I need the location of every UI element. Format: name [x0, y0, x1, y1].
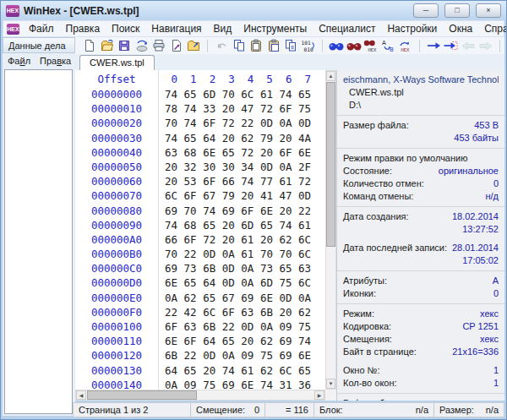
info-row: Размер файла: 453 B — [337, 115, 504, 132]
hex-row-bytes[interactable]: 6E 65 64 0D 0A 6D 75 6C — [158, 275, 311, 290]
info-value: н/д — [413, 190, 499, 203]
hex-row-offset: 00000100 — [75, 319, 158, 334]
info-value: 28.01.2014 — [447, 242, 499, 254]
menu-item[interactable]: Специалист — [313, 22, 381, 35]
info-value: 0 — [376, 287, 499, 300]
paste-clipboard-icon[interactable] — [248, 38, 264, 54]
hex-row-offset: 00000090 — [75, 218, 158, 232]
menu-item[interactable]: Окна — [443, 22, 478, 35]
open-disk-icon[interactable] — [134, 38, 149, 54]
find-text-icon[interactable] — [329, 38, 344, 54]
hex-row-bytes[interactable]: 6B 22 0D 0A 09 75 69 6E — [158, 348, 311, 363]
hex-row-offset: 000000A0 — [75, 232, 158, 247]
info-value: 453 B — [409, 119, 499, 132]
info-value: хекс — [374, 308, 499, 320]
replace-hex-icon[interactable]: HEX — [398, 38, 413, 54]
hex-row-bytes[interactable]: 20 32 30 30 34 0D 0A 2F — [158, 160, 311, 174]
horizontal-scrollbar-thumb[interactable] — [87, 390, 197, 400]
vertical-scrollbar-thumb[interactable] — [326, 82, 335, 247]
hex-row-bytes[interactable]: 0A 62 65 67 69 6E 0D 0A — [158, 291, 311, 305]
minimize-button[interactable]: ─ — [413, 3, 439, 18]
open-file-icon[interactable] — [99, 38, 114, 54]
hex-row-bytes[interactable]: 6F 63 6B 22 0D 0A 09 75 — [158, 319, 311, 334]
hex-row-bytes[interactable]: 70 22 0D 0A 61 70 70 6C — [158, 247, 311, 261]
menu-item[interactable]: Файл — [23, 22, 60, 35]
info-row: 453 байты — [337, 132, 504, 145]
scroll-left-icon[interactable]: ◀ — [76, 390, 86, 400]
toolbar: B 101010 HEX AB HEX — [75, 37, 504, 54]
vertical-scrollbar[interactable]: ▲ ▼ — [325, 70, 336, 390]
info-row: Режим правки по умолчанию — [337, 148, 504, 165]
menu-item[interactable]: Справка — [478, 22, 507, 35]
paste-into-new-file-icon[interactable] — [266, 38, 281, 54]
hex-row: 000000A0 66 6F 72 20 61 20 62 6C — [75, 232, 325, 247]
hex-editor[interactable]: Offset 01234567 00000000 74 65 6D 70 6C … — [75, 70, 325, 390]
hex-row-bytes[interactable]: 69 73 6B 0D 0A 73 65 63 — [158, 261, 311, 275]
hex-row-bytes[interactable]: 0A 09 75 69 6E 74 31 36 — [158, 378, 311, 390]
tab-cwer-ws-tpl[interactable]: CWER.ws.tpl — [79, 55, 155, 70]
document-system-menu-icon[interactable]: HEX — [7, 24, 19, 35]
hex-row-bytes[interactable]: 69 70 74 69 6F 6E 20 22 — [158, 204, 311, 218]
hex-row: 00000080 69 70 74 69 6F 6E 20 22 — [75, 204, 325, 218]
hex-row-bytes[interactable]: 6E 6F 64 65 20 62 69 74 — [158, 334, 311, 348]
file-properties-icon[interactable] — [168, 38, 183, 54]
info-label: Дата создания: — [343, 210, 409, 223]
copy-as-hex-icon[interactable]: B — [283, 38, 298, 54]
hex-row-offset: 000000C0 — [75, 261, 158, 275]
menu-item[interactable]: Настройки — [381, 22, 443, 35]
info-row: D:\ — [337, 99, 504, 112]
print-icon[interactable] — [151, 38, 166, 54]
undo-icon[interactable] — [214, 38, 229, 54]
find-again-icon[interactable] — [346, 38, 361, 54]
maximize-button[interactable]: □ — [444, 3, 470, 18]
hex-row-bytes[interactable]: 70 74 6F 72 22 0D 0A 0D — [158, 116, 311, 130]
case-menu-item[interactable]: Правка — [40, 56, 71, 66]
hex-row-bytes[interactable]: 20 53 6F 66 74 77 61 72 — [158, 174, 311, 188]
back-icon[interactable] — [461, 38, 476, 54]
hex-row-bytes[interactable]: 74 65 64 20 62 79 20 4A — [158, 131, 311, 145]
hex-row-bytes[interactable]: 74 65 6D 70 6C 61 74 65 — [158, 87, 311, 101]
hex-row-offset: 00000110 — [75, 334, 158, 348]
replace-text-icon[interactable]: AB — [380, 38, 395, 54]
find-hex-values-icon[interactable]: HEX — [363, 38, 379, 54]
horizontal-scrollbar[interactable]: ◀ ▶ — [75, 390, 325, 401]
hex-row-bytes[interactable]: 64 65 20 74 61 62 6C 65 — [158, 363, 311, 378]
copy-block-icon[interactable] — [232, 38, 247, 54]
menu-item[interactable]: Инструменты — [237, 22, 313, 35]
case-menu-item[interactable]: Файл — [8, 56, 30, 66]
hex-row-bytes[interactable]: 22 42 6C 6F 63 6B 20 62 — [158, 305, 311, 319]
hex-row-bytes[interactable]: 66 6F 72 20 61 20 62 6C — [158, 232, 311, 247]
go-again-icon[interactable] — [444, 38, 459, 54]
close-button[interactable]: × — [476, 3, 501, 18]
info-row: Байт в странице: 21x16=336 — [337, 346, 504, 358]
scroll-right-icon[interactable]: ▶ — [314, 390, 324, 400]
save-icon[interactable] — [117, 38, 132, 54]
menu-item[interactable]: Правка — [60, 22, 106, 35]
scroll-up-icon[interactable]: ▲ — [326, 71, 335, 81]
info-row: Дата создания: 18.02.2014 — [337, 206, 504, 223]
case-data-title: Данные дела — [3, 37, 75, 53]
menu-item[interactable]: Поиск — [106, 22, 145, 35]
hex-row-bytes[interactable]: 74 68 65 20 6D 65 74 61 — [158, 218, 311, 232]
binary-conversion-icon[interactable]: 101010 — [301, 38, 316, 54]
new-file-icon[interactable] — [82, 38, 97, 54]
menu-item[interactable]: Вид — [208, 22, 238, 35]
status-block: Блок: n/a — [314, 403, 434, 417]
status-size: Размер: n/a — [434, 403, 504, 417]
case-data-tree[interactable] — [4, 69, 73, 414]
browse-folder-icon[interactable] — [186, 38, 201, 54]
hex-row-bytes[interactable]: 6C 6F 67 79 20 41 47 0D — [158, 188, 311, 203]
svg-text:B: B — [390, 46, 394, 53]
scroll-down-icon[interactable]: ▼ — [326, 379, 335, 389]
hex-row-bytes[interactable]: 78 74 33 20 47 72 6F 75 — [158, 101, 311, 116]
info-row: 17:05:02 — [337, 254, 504, 267]
forward-icon[interactable] — [477, 38, 493, 54]
info-row: Окно №: 1 — [337, 364, 504, 377]
hex-row-offset: 00000040 — [75, 145, 158, 160]
menu-item[interactable]: Навигация — [145, 22, 207, 35]
goto-offset-icon[interactable] — [426, 38, 441, 54]
hex-row: 00000030 74 65 64 20 62 79 20 4A — [75, 131, 325, 145]
svg-text:A: A — [382, 40, 386, 46]
info-row: Режим: хекс — [337, 303, 504, 320]
hex-row-bytes[interactable]: 63 68 6E 65 72 20 6F 6E — [158, 145, 311, 160]
